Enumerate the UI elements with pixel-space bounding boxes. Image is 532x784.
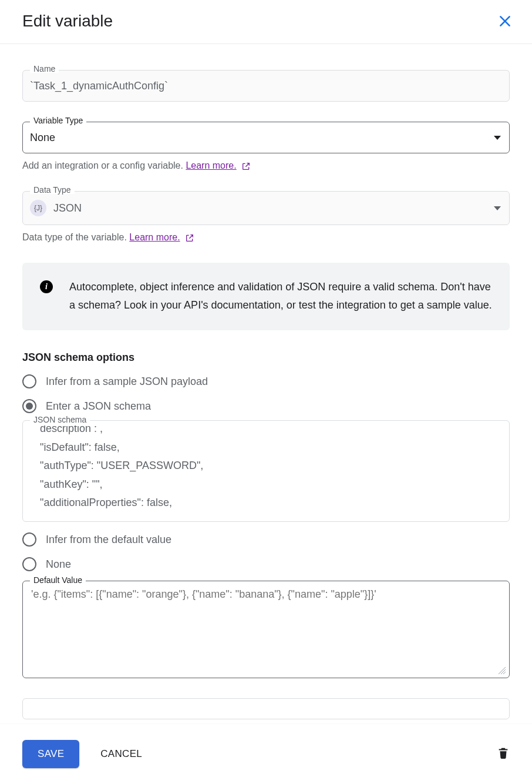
dialog-header: Edit variable [0, 0, 532, 44]
data-type-helper-text: Data type of the variable. [22, 232, 129, 242]
name-label: Name [30, 65, 59, 73]
radio-icon [22, 399, 36, 413]
radio-icon [22, 374, 36, 388]
trash-icon [497, 746, 510, 760]
radio-label: Enter a JSON schema [46, 400, 151, 413]
description-field[interactable] [22, 698, 510, 719]
default-value-field[interactable]: Default Value [22, 581, 510, 678]
save-button[interactable]: SAVE [22, 740, 79, 768]
data-type-label: Data Type [30, 186, 75, 194]
radio-enter-schema[interactable]: Enter a JSON schema [22, 399, 510, 413]
close-button[interactable] [497, 13, 513, 29]
radio-label: Infer from the default value [46, 534, 171, 546]
external-link-icon [185, 233, 194, 243]
external-link-icon [241, 162, 251, 171]
chevron-down-icon [494, 206, 501, 210]
json-schema-textarea[interactable]: description : , "isDefault": false, "aut… [31, 425, 508, 517]
close-icon [497, 14, 513, 29]
data-type-learn-more-link[interactable]: Learn more. [129, 232, 180, 242]
dialog-footer: SAVE CANCEL [0, 724, 532, 784]
data-type-value: JSON [53, 202, 82, 215]
data-type-helper: Data type of the variable. Learn more. [22, 232, 510, 243]
default-value-label: Default Value [30, 575, 86, 585]
json-icon: {J} [30, 200, 46, 216]
radio-icon [22, 532, 36, 547]
variable-type-learn-more-link[interactable]: Learn more. [186, 160, 236, 170]
data-type-select[interactable]: Data Type {J} JSON [22, 191, 510, 225]
info-panel: i Autocomplete, object inference and val… [22, 263, 510, 330]
variable-type-value: None [30, 132, 55, 144]
schema-options-heading: JSON schema options [22, 351, 510, 364]
default-value-textarea[interactable] [23, 581, 509, 675]
chevron-down-icon [494, 136, 501, 140]
json-schema-label: JSON schema [30, 415, 90, 424]
radio-label: None [46, 558, 71, 571]
info-text: Autocomplete, object inference and valid… [69, 278, 492, 314]
radio-infer-default[interactable]: Infer from the default value [22, 532, 510, 547]
dialog-content: Name `Task_1_dynamicAuthConfig` Variable… [0, 44, 532, 784]
info-icon: i [40, 280, 53, 293]
radio-none[interactable]: None [22, 557, 510, 571]
name-field[interactable]: Name `Task_1_dynamicAuthConfig` [22, 70, 510, 102]
variable-type-helper: Add an integration or a config variable.… [22, 160, 510, 171]
radio-infer-sample[interactable]: Infer from a sample JSON payload [22, 374, 510, 388]
cancel-button[interactable]: CANCEL [97, 748, 146, 760]
name-value: `Task_1_dynamicAuthConfig` [30, 80, 168, 92]
delete-button[interactable] [497, 746, 510, 762]
dialog-title: Edit variable [22, 12, 113, 31]
json-schema-field[interactable]: JSON schema description : , "isDefault":… [22, 420, 510, 522]
variable-type-helper-text: Add an integration or a config variable. [22, 160, 186, 170]
variable-type-select[interactable]: Variable Type None [22, 122, 510, 153]
variable-type-label: Variable Type [30, 116, 86, 125]
radio-label: Infer from a sample JSON payload [46, 376, 208, 388]
radio-icon [22, 557, 36, 571]
